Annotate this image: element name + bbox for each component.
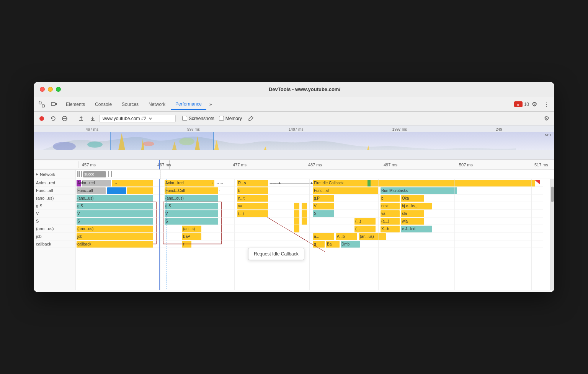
net-bar-3 (81, 171, 82, 177)
flame-bar-mid-5[interactable] (165, 210, 218, 217)
devtools-window: DevTools - www.youtube.com/ Elements Con… (34, 82, 554, 292)
ruler-6: 517 ms (534, 163, 548, 167)
vertical-scrollbar[interactable] (550, 179, 554, 290)
tab-performance[interactable]: Performance (171, 99, 206, 110)
scrollbar-thumb[interactable] (551, 187, 554, 202)
screenshots-label: Screenshots (189, 116, 214, 121)
svg-rect-107 (361, 180, 363, 187)
download-button[interactable] (88, 114, 98, 124)
tab-network[interactable]: Network (144, 99, 170, 109)
flame-bar-mid-6[interactable] (165, 218, 218, 225)
tab-elements[interactable]: Elements (61, 99, 90, 109)
memory-label: Memory (225, 116, 242, 121)
tooltip: Request Idle Callback (248, 248, 304, 260)
svg-text:(ano...us): (ano...us) (77, 227, 93, 231)
perf-settings-button[interactable]: ⚙ (542, 114, 551, 123)
svg-text:Ba: Ba (327, 242, 332, 246)
url-selector[interactable]: www.youtube.com #2 (99, 115, 176, 122)
svg-text:A...b: A...b (337, 234, 345, 239)
network-track-label: ▶ Network (34, 170, 76, 179)
more-options-button[interactable]: ⋮ (542, 100, 551, 109)
svg-text:(ano...us): (ano...us) (77, 196, 93, 200)
memory-checkbox[interactable] (219, 116, 224, 121)
tab-more[interactable]: » (207, 100, 214, 109)
tab-controls: ⚙ ⋮ (530, 100, 551, 109)
svg-rect-109 (368, 180, 371, 187)
ts-4: 249 (496, 127, 502, 132)
tab-console[interactable]: Console (90, 99, 116, 109)
svg-point-6 (39, 116, 44, 121)
svg-text:✕: ✕ (517, 103, 519, 106)
flame-chart-svg: Anim...red → Func...all (ano...us) g.S (34, 179, 554, 290)
maximize-button[interactable] (56, 87, 61, 92)
tab-bar: Elements Console Sources Network Perform… (34, 97, 554, 112)
svg-text:(ano...us): (ano...us) (36, 196, 54, 200)
inspect-icon[interactable] (37, 99, 47, 109)
devtools-body: Elements Console Sources Network Perform… (34, 97, 554, 292)
flame-bar[interactable] (77, 210, 153, 217)
url-value: www.youtube.com #2 (103, 116, 146, 121)
ts-2: 1497 ms (289, 127, 303, 132)
svg-text:a...: a... (314, 234, 319, 239)
screenshots-checkbox[interactable] (182, 116, 187, 121)
reload-button[interactable] (48, 114, 58, 124)
flame-bar[interactable] (107, 187, 126, 194)
svg-text:→: → (114, 181, 118, 185)
svg-text:→: → (217, 189, 220, 193)
svg-text:sla: sla (402, 211, 407, 216)
settings-button[interactable]: ⚙ (530, 100, 539, 109)
svg-text:job: job (36, 234, 42, 239)
svg-text:Run Microtasks: Run Microtasks (381, 189, 408, 193)
svg-text:callback: callback (36, 242, 51, 246)
svg-text:Anim...red: Anim...red (36, 180, 55, 185)
minimize-button[interactable] (48, 87, 53, 92)
flame-bar-mid-4[interactable] (165, 203, 218, 210)
svg-text:(...: (... (355, 227, 360, 231)
upload-button[interactable] (76, 114, 86, 124)
device-icon[interactable] (49, 99, 59, 109)
ruler-1: 467 ms (157, 163, 171, 167)
flame-bar[interactable] (77, 203, 153, 210)
dropdown-arrow-icon (149, 117, 152, 120)
toolbar-separator-1 (73, 115, 73, 122)
brush-button[interactable] (246, 114, 256, 124)
net-bar-1 (77, 171, 78, 177)
network-track-content: succe (76, 170, 554, 179)
traffic-lights (40, 87, 61, 92)
flame-bar-r2[interactable] (237, 187, 268, 194)
overview-timestamps: 497 ms 997 ms 1497 ms 1997 ms 249 (34, 125, 554, 132)
fire-idle-callback-bar[interactable] (313, 180, 535, 187)
svg-rect-58 (302, 210, 307, 225)
flame-bar[interactable] (112, 180, 153, 187)
record-button[interactable] (37, 114, 47, 124)
svg-text:g.S: g.S (36, 203, 42, 208)
svg-text:b: b (238, 189, 240, 193)
svg-text:wla: wla (402, 219, 408, 223)
svg-text:Func...all: Func...all (77, 189, 93, 193)
svg-marker-61 (534, 180, 540, 184)
timeline-overview[interactable]: CPU NET 497 ms 997 ms 1497 ms 1997 ms 24… (34, 125, 554, 160)
expand-icon[interactable]: ▶ (36, 172, 38, 176)
memory-checkbox-group: Memory (219, 116, 242, 121)
svg-text:(...): (...) (355, 219, 361, 223)
brush-icon (248, 115, 254, 122)
svg-text:X...b: X...b (381, 227, 389, 231)
ruler-spacer (37, 161, 79, 168)
svg-rect-57 (294, 210, 299, 233)
error-badge-area: ✕ 10 (514, 101, 529, 107)
svg-rect-55 (294, 203, 299, 210)
svg-text:(a...): (a...) (381, 219, 389, 223)
clear-button[interactable] (60, 114, 70, 124)
close-button[interactable] (40, 87, 45, 92)
v-line-1 (160, 170, 160, 179)
svg-text:callback: callback (77, 242, 91, 246)
flame-bar[interactable] (77, 218, 153, 225)
svg-text:Fire Idle Callback: Fire Idle Callback (314, 181, 344, 185)
flame-bar[interactable] (127, 187, 153, 194)
ts-3: 1997 ms (392, 127, 407, 132)
svg-text:→→: →→ (216, 181, 224, 185)
svg-text:(ano...ous): (ano...ous) (165, 196, 184, 200)
svg-text:b: b (381, 196, 384, 200)
tab-sources[interactable]: Sources (117, 99, 143, 109)
flame-bar[interactable] (77, 233, 153, 240)
